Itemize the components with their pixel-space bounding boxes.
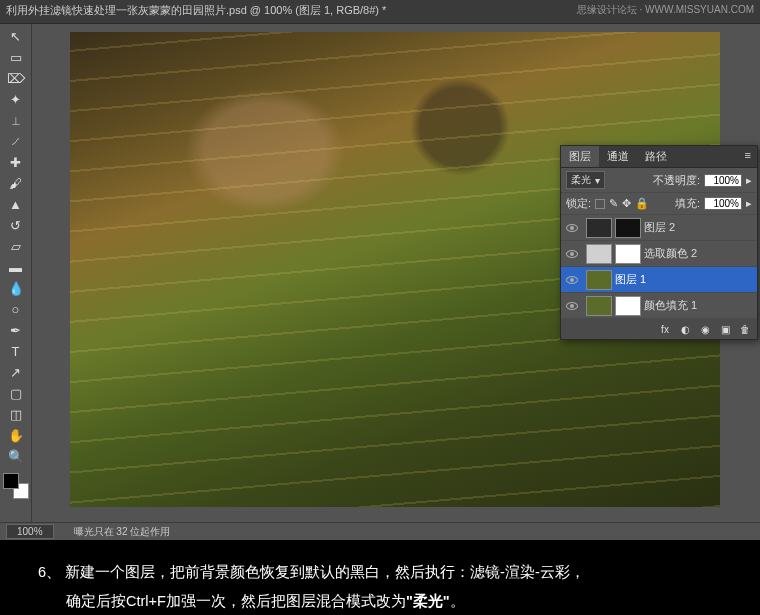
- document-title: 利用外挂滤镜快速处理一张灰蒙蒙的田园照片.psd @ 100% (图层 1, R…: [6, 3, 577, 18]
- panel-tab-通道[interactable]: 通道: [599, 146, 637, 167]
- panel-footer-button[interactable]: ◉: [698, 322, 712, 336]
- blend-mode-dropdown[interactable]: 柔光▾: [566, 171, 605, 189]
- type-tool[interactable]: T: [5, 341, 27, 361]
- eraser-tool[interactable]: ▱: [5, 236, 27, 256]
- zoom-display[interactable]: 100%: [6, 524, 54, 539]
- layers-panel[interactable]: 图层通道路径≡ 柔光▾ 不透明度: 100% ▸ 锁定: ✎ ✥ 🔒 填充: 1…: [560, 145, 758, 340]
- caption-quote: "柔光": [406, 593, 450, 609]
- chevron-down-icon[interactable]: ▸: [746, 174, 752, 187]
- layer-row[interactable]: 图层 1: [561, 267, 757, 293]
- foreground-color-swatch[interactable]: [3, 473, 19, 489]
- pen-tool[interactable]: ✒: [5, 320, 27, 340]
- lock-move-icon[interactable]: ✥: [622, 197, 631, 210]
- blur-tool[interactable]: 💧: [5, 278, 27, 298]
- fill-label: 填充:: [675, 196, 700, 211]
- blend-opacity-row: 柔光▾ 不透明度: 100% ▸: [561, 168, 757, 193]
- brush-tool[interactable]: 🖌: [5, 173, 27, 193]
- eye-icon: [566, 250, 578, 258]
- lock-fill-row: 锁定: ✎ ✥ 🔒 填充: 100% ▸: [561, 193, 757, 215]
- panel-footer: fx◐◉▣🗑: [561, 319, 757, 339]
- zoom-tool[interactable]: 🔍: [5, 446, 27, 466]
- dodge-tool[interactable]: ○: [5, 299, 27, 319]
- panel-footer-button[interactable]: ▣: [718, 322, 732, 336]
- caption-line-2b: 。: [450, 593, 465, 609]
- panel-footer-button[interactable]: fx: [658, 322, 672, 336]
- healing-brush-tool[interactable]: ✚: [5, 152, 27, 172]
- gradient-tool[interactable]: ▬: [5, 257, 27, 277]
- layer-row[interactable]: 选取颜色 2: [561, 241, 757, 267]
- history-brush-tool[interactable]: ↺: [5, 215, 27, 235]
- caption-line-1: 新建一个图层，把前背景颜色恢复到默认的黑白，然后执行：滤镜-渲染-云彩，: [65, 564, 585, 580]
- fill-input[interactable]: 100%: [704, 197, 742, 210]
- color-swatches[interactable]: [3, 473, 29, 499]
- lasso-tool[interactable]: ⌦: [5, 68, 27, 88]
- watermark: 思缘设计论坛 · WWW.MISSYUAN.COM: [577, 3, 754, 17]
- layer-thumbnail[interactable]: [586, 270, 612, 290]
- lock-transparent-icon[interactable]: [595, 199, 605, 209]
- panel-footer-button[interactable]: ◐: [678, 322, 692, 336]
- layer-thumbnail[interactable]: [586, 296, 612, 316]
- move-tool[interactable]: ↖: [5, 26, 27, 46]
- chevron-down-icon[interactable]: ▸: [746, 197, 752, 210]
- lock-label: 锁定:: [566, 196, 591, 211]
- caption-line-2a: 确定后按Ctrl+F加强一次，然后把图层混合模式改为: [66, 593, 406, 609]
- hand-tool[interactable]: ✋: [5, 425, 27, 445]
- clone-stamp-tool[interactable]: ▲: [5, 194, 27, 214]
- layer-row[interactable]: 颜色填充 1: [561, 293, 757, 319]
- opacity-label: 不透明度:: [653, 173, 700, 188]
- visibility-toggle[interactable]: [561, 250, 583, 258]
- chevron-down-icon: ▾: [595, 175, 600, 186]
- path-select-tool[interactable]: ↗: [5, 362, 27, 382]
- opacity-input[interactable]: 100%: [704, 174, 742, 187]
- layer-name-label[interactable]: 图层 1: [615, 272, 646, 287]
- layer-mask-thumbnail[interactable]: [615, 218, 641, 238]
- 3d-tool[interactable]: ◫: [5, 404, 27, 424]
- layer-name-label[interactable]: 图层 2: [644, 220, 675, 235]
- panel-menu-icon[interactable]: ≡: [739, 146, 757, 167]
- panel-tab-图层[interactable]: 图层: [561, 146, 599, 167]
- panel-footer-button[interactable]: 🗑: [738, 322, 752, 336]
- layer-thumbnail[interactable]: [586, 244, 612, 264]
- magic-wand-tool[interactable]: ✦: [5, 89, 27, 109]
- eye-icon: [566, 302, 578, 310]
- visibility-toggle[interactable]: [561, 302, 583, 310]
- layer-mask-thumbnail[interactable]: [615, 296, 641, 316]
- panel-tabs: 图层通道路径≡: [561, 146, 757, 168]
- eye-icon: [566, 224, 578, 232]
- step-number: 6、: [38, 564, 61, 580]
- status-info: 曝光只在 32 位起作用: [74, 525, 171, 539]
- layer-mask-thumbnail[interactable]: [615, 244, 641, 264]
- lock-brush-icon[interactable]: ✎: [609, 197, 618, 210]
- tools-panel: ↖▭⌦✦⟂⟋✚🖌▲↺▱▬💧○✒T↗▢◫✋🔍: [0, 24, 32, 522]
- visibility-toggle[interactable]: [561, 276, 583, 284]
- lock-all-icon[interactable]: 🔒: [635, 197, 649, 210]
- layer-name-label[interactable]: 颜色填充 1: [644, 298, 697, 313]
- tutorial-caption: 6、新建一个图层，把前背景颜色恢复到默认的黑白，然后执行：滤镜-渲染-云彩， 确…: [0, 540, 760, 615]
- eyedropper-tool[interactable]: ⟋: [5, 131, 27, 151]
- marquee-tool[interactable]: ▭: [5, 47, 27, 67]
- crop-tool[interactable]: ⟂: [5, 110, 27, 130]
- layer-thumbnail[interactable]: [586, 218, 612, 238]
- eye-icon: [566, 276, 578, 284]
- panel-tab-路径[interactable]: 路径: [637, 146, 675, 167]
- layer-name-label[interactable]: 选取颜色 2: [644, 246, 697, 261]
- title-bar: 利用外挂滤镜快速处理一张灰蒙蒙的田园照片.psd @ 100% (图层 1, R…: [0, 0, 760, 20]
- visibility-toggle[interactable]: [561, 224, 583, 232]
- layer-row[interactable]: 图层 2: [561, 215, 757, 241]
- status-bar: 100% 曝光只在 32 位起作用: [0, 522, 760, 540]
- rectangle-tool[interactable]: ▢: [5, 383, 27, 403]
- layers-list: 图层 2选取颜色 2图层 1颜色填充 1: [561, 215, 757, 319]
